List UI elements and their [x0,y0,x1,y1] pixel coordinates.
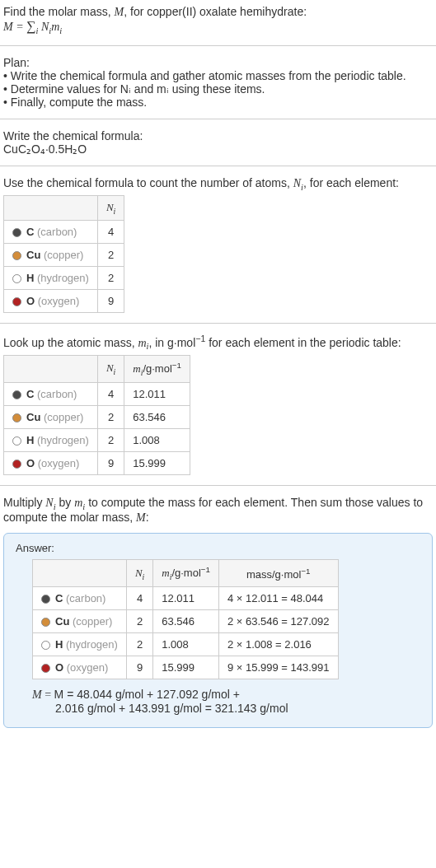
table-row: Cu (copper) 2 63.546 [4,405,190,428]
table-row: O (oxygen) 9 [4,290,124,313]
n-cell: 9 [126,656,152,679]
element-cell: H (hydrogen) [33,633,127,656]
divider [0,485,436,486]
m-cell: 12.011 [153,587,219,610]
n-cell: 9 [97,451,124,474]
answer-box: Answer: Ni mi/g·mol−1 mass/g·mol−1 C (ca… [3,533,433,728]
element-dot-icon [12,436,21,446]
answer-label: Answer: [16,542,420,554]
intro-line1a: Find the molar mass, [3,5,115,18]
divider [0,45,436,46]
chemical-formula: CuC₂O₄·0.5H₂O [3,142,433,156]
element-dot-icon [41,664,50,673]
n-cell: 4 [126,587,152,610]
element-dot-icon [41,641,50,650]
formula-title: Write the chemical formula: [3,129,433,142]
mass-cell: 2 × 1.008 = 2.016 [218,633,338,656]
intro-text: Find the molar mass, M, for copper(II) o… [3,5,433,19]
plan-item: • Finally, compute the mass. [3,96,433,109]
element-cell: O (oxygen) [33,656,127,679]
element-cell: C (carbon) [33,587,127,610]
multiply-section: Multiply Ni by mi to compute the mass fo… [0,491,436,530]
n-cell: 2 [126,610,152,633]
table-header-empty [4,195,98,221]
count-table: Ni C (carbon) 4 Cu (copper) 2 H (hydroge… [3,195,124,314]
element-cell: H (hydrogen) [4,267,98,290]
n-cell: 2 [126,633,152,656]
table-row: C (carbon) 4 [4,221,124,244]
table-header-ni: Ni [97,195,124,221]
element-cell: C (carbon) [4,221,98,244]
table-header-ni: Ni [126,560,152,587]
table-row: Cu (copper) 2 [4,244,124,267]
table-row: O (oxygen) 9 15.999 9 × 15.999 = 143.991 [33,656,339,679]
element-cell: Cu (copper) [33,610,127,633]
table-row: H (hydrogen) 2 1.008 [4,428,190,451]
element-dot-icon [41,618,50,627]
element-cell: C (carbon) [4,382,98,405]
plan-item: • Write the chemical formula and gather … [3,69,433,82]
mass-cell: 4 × 12.011 = 48.044 [218,587,338,610]
plan-section: Plan: • Write the chemical formula and g… [0,51,436,114]
m-cell: 1.008 [124,428,190,451]
table-header-mass: mass/g·mol−1 [218,560,338,587]
element-cell: O (oxygen) [4,451,98,474]
table-header-ni: Ni [97,355,124,382]
element-dot-icon [12,390,21,399]
table-row: O (oxygen) 9 15.999 [4,451,190,474]
divider [0,166,436,166]
element-cell: Cu (copper) [4,405,98,428]
element-cell: Cu (copper) [4,244,98,267]
table-header-row: Ni [4,195,124,221]
element-dot-icon [12,274,21,283]
table-row: H (hydrogen) 2 [4,267,124,290]
table-header-row: Ni mi/g·mol−1 [4,355,190,382]
mass-cell: 2 × 63.546 = 127.092 [218,610,338,633]
element-dot-icon [12,251,21,260]
table-row: C (carbon) 4 12.011 4 × 12.011 = 48.044 [33,587,339,610]
n-cell: 9 [97,290,124,313]
count-section: Use the chemical formula to count the nu… [0,171,436,318]
mass-title: Look up the atomic mass, mi, in g·mol−1 … [3,334,433,351]
m-cell: 1.008 [153,633,219,656]
answer-table: Ni mi/g·mol−1 mass/g·mol−1 C (carbon) 4 … [32,559,339,679]
m-cell: 63.546 [153,610,219,633]
table-row: H (hydrogen) 2 1.008 2 × 1.008 = 2.016 [33,633,339,656]
table-header-row: Ni mi/g·mol−1 mass/g·mol−1 [33,560,339,587]
m-cell: 15.999 [124,451,190,474]
m-cell: 15.999 [153,656,219,679]
element-cell: H (hydrogen) [4,428,98,451]
element-cell: O (oxygen) [4,290,98,313]
mass-table: Ni mi/g·mol−1 C (carbon) 4 12.011 Cu (co… [3,355,190,475]
intro-line1b: , for copper(II) oxalate hemihydrate: [124,5,307,18]
n-cell: 2 [97,428,124,451]
table-header-empty [4,355,98,382]
intro-equation: M = ∑i Nimi [3,19,433,35]
plan-item: • Determine values for Nᵢ and mᵢ using t… [3,82,433,96]
intro-section: Find the molar mass, M, for copper(II) o… [0,0,436,40]
element-dot-icon [41,595,50,604]
element-dot-icon [12,228,21,237]
n-cell: 2 [97,244,124,267]
mass-section: Look up the atomic mass, mi, in g·mol−1 … [0,329,436,479]
plan-title: Plan: [3,56,433,69]
table-header-mi: mi/g·mol−1 [124,355,190,382]
n-cell: 2 [97,405,124,428]
element-dot-icon [12,460,21,469]
mass-cell: 9 × 15.999 = 143.991 [218,656,338,679]
divider [0,323,436,324]
table-header-mi: mi/g·mol−1 [153,560,219,587]
formula-section: Write the chemical formula: CuC₂O₄·0.5H₂… [0,124,436,161]
final-equation: M = M = 48.044 g/mol + 127.092 g/mol + 2… [32,688,420,716]
m-cell: 63.546 [124,405,190,428]
plan-list: • Write the chemical formula and gather … [3,69,433,109]
element-dot-icon [12,297,21,306]
divider [0,119,436,119]
n-cell: 4 [97,382,124,405]
n-cell: 4 [97,221,124,244]
table-row: C (carbon) 4 12.011 [4,382,190,405]
element-dot-icon [12,413,21,422]
n-cell: 2 [97,267,124,290]
count-title: Use the chemical formula to count the nu… [3,176,433,192]
table-header-empty [33,560,127,587]
